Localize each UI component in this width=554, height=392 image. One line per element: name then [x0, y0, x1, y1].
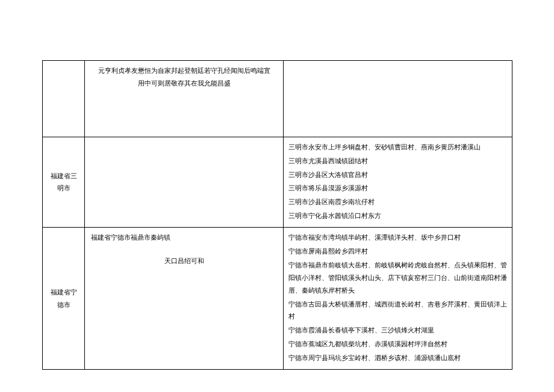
cell-right [284, 61, 512, 137]
location-line: 宁德市蕉城区九都镇柴坑村、赤溪镇溪园村坪洋自然村 [288, 338, 507, 350]
region-label: 福建省三明市 [51, 172, 77, 192]
cell-region: 福建省三明市 [43, 137, 85, 227]
mid-center: 天口昌绍可和 [90, 255, 278, 267]
cell-right: 宁德市福安市湾坞镇半屿村、溪潭镇洋头村、坂中乡井口村 宁德市屏南县熙岭乡四坪村 … [284, 228, 512, 370]
location-line: 三明市尤溪县西城镇团结村 [288, 155, 507, 167]
cell-right: 三明市永安市上坪乡铜盘村、安砂镇曹田村、燕南乡黄历村潘溪山 三明市尤溪县西城镇团… [284, 137, 512, 227]
document-table: 元亨利贞孝友懋恒为自家邦起登朝廷若守孔经闻闱后鸣端宜用中可则居敬存其在我允能昌盛… [42, 60, 512, 370]
location-line: 宁德市周宁县玛坑乡宝岭村、泗桥乡该村、浦源镇潘山底村 [288, 352, 507, 364]
table-row: 福建省宁德市 福建省宁德市福鼎市秦屿镇 天口昌绍可和 宁德市福安市湾坞镇半屿村、… [43, 228, 512, 370]
cell-mid: 福建省宁德市福鼎市秦屿镇 天口昌绍可和 [85, 228, 284, 370]
document-table-wrap: 元亨利贞孝友懋恒为自家邦起登朝廷若守孔经闻闱后鸣端宜用中可则居敬存其在我允能昌盛… [42, 60, 512, 370]
mid-text: 元亨利贞孝友懋恒为自家邦起登朝廷若守孔经闻闱后鸣端宜用中可则居敬存其在我允能昌盛 [90, 64, 278, 90]
table-row: 福建省三明市 三明市永安市上坪乡铜盘村、安砂镇曹田村、燕南乡黄历村潘溪山 三明市… [43, 137, 512, 227]
location-line: 宁德市福安市湾坞镇半屿村、溪潭镇洋头村、坂中乡井口村 [288, 231, 507, 244]
spacer [90, 114, 278, 133]
mid-heading: 福建省宁德市福鼎市秦屿镇 [90, 231, 278, 244]
location-line: 宁德市古田县大桥镇潘厝村、城西街道长岭村、吉巷乡芹溪村、黄田镇洋上村 [288, 298, 507, 323]
cell-region [43, 61, 85, 137]
location-line: 宁德市霞浦县长春镇亭下溪村、三沙镇烽火村湖里 [288, 324, 507, 337]
location-line: 三明市沙县区南霞乡南坑仔村 [288, 196, 507, 208]
region-label: 福建省宁德市 [51, 288, 77, 308]
location-line: 宁德市屏南县熙岭乡四坪村 [288, 245, 507, 258]
cell-mid [85, 137, 284, 227]
cell-mid: 元亨利贞孝友懋恒为自家邦起登朝廷若守孔经闻闱后鸣端宜用中可则居敬存其在我允能昌盛 [85, 61, 284, 137]
location-line: 宁德市福鼎市前岐镇大岳村、前岐镇枫树岭虎岐自然村、点头镇果阳村、管阳镇小洋村、管… [288, 259, 507, 297]
location-line: 三明市沙县区大洛镇官昌村 [288, 169, 507, 181]
cell-region: 福建省宁德市 [43, 228, 85, 370]
table-row: 元亨利贞孝友懋恒为自家邦起登朝廷若守孔经闻闱后鸣端宜用中可则居敬存其在我允能昌盛 [43, 61, 512, 137]
location-line: 三明市宁化县水茜镇沿口村东方 [288, 210, 507, 222]
location-line: 三明市永安市上坪乡铜盘村、安砂镇曹田村、燕南乡黄历村潘溪山 [288, 141, 507, 154]
location-line: 三明市将乐县漠源乡溪源村 [288, 182, 507, 194]
